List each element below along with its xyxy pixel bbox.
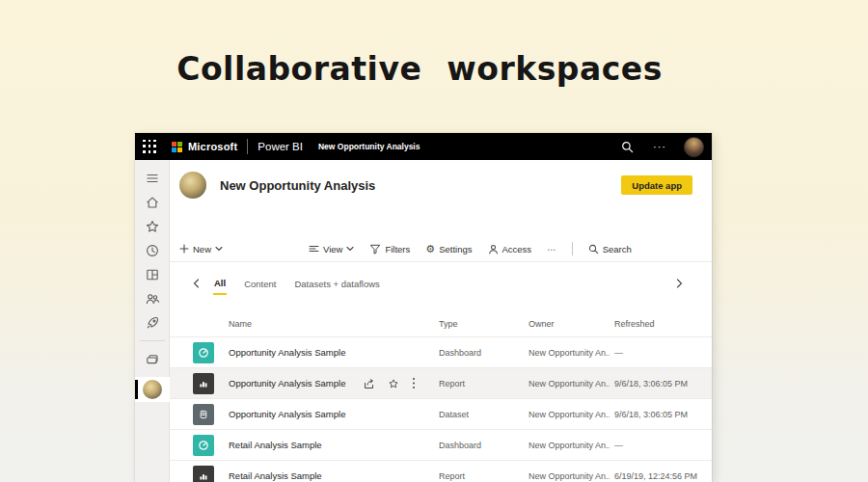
topbar-divider	[247, 139, 248, 154]
view-button-label: View	[323, 244, 342, 254]
toolbar-more-button[interactable]: ⋯	[547, 244, 556, 254]
access-button-label: Access	[502, 244, 532, 254]
item-name: Opportunity Analysis Sample	[229, 347, 345, 358]
filter-funnel-icon	[369, 244, 381, 254]
settings-button[interactable]: ⚙ Settings	[425, 244, 472, 254]
item-type-tile	[193, 466, 214, 482]
column-header-owner: Owner	[529, 319, 555, 329]
product-name[interactable]: Power BI	[258, 141, 303, 152]
tab-datasets-dataflows[interactable]: Datasets + dataflows	[293, 274, 380, 294]
item-owner: New Opportunity An...	[529, 471, 610, 481]
favorite-star-icon[interactable]	[388, 376, 399, 393]
item-type-tile	[193, 373, 214, 394]
table-row[interactable]: Opportunity Analysis Sample Dashboard Ne…	[170, 336, 712, 367]
toolbar: New View Filters ⚙ Settings	[170, 240, 712, 257]
nav-sidebar	[135, 160, 170, 482]
table-header: Name Type Owner Refreshed	[170, 316, 712, 335]
workspace-avatar	[179, 172, 206, 199]
recent-clock-icon[interactable]	[135, 238, 170, 262]
settings-button-label: Settings	[439, 244, 472, 254]
item-name: Retail Analysis Sample	[229, 470, 322, 481]
view-button[interactable]: View	[309, 244, 354, 254]
new-button[interactable]: New	[179, 244, 223, 254]
share-icon[interactable]	[363, 376, 375, 393]
page-title: New Opportunity Analysis	[220, 178, 375, 193]
plus-icon	[179, 244, 189, 254]
filters-button-label: Filters	[385, 244, 410, 254]
content-tabs: All Content Datasets + dataflows	[170, 271, 712, 296]
chevron-down-icon	[346, 246, 354, 252]
more-options-icon[interactable]: ···	[653, 141, 666, 152]
table-row[interactable]: Opportunity Analysis Sample Dataset New …	[170, 398, 712, 429]
item-refreshed: 9/6/18, 3:06:05 PM	[614, 410, 688, 419]
workspaces-icon[interactable]	[135, 347, 170, 371]
tabs-scroll-right-icon[interactable]	[676, 279, 683, 288]
table-row[interactable]: Retail Analysis Sample Dashboard New Opp…	[170, 429, 712, 460]
item-refreshed: —	[614, 348, 623, 358]
new-button-label: New	[193, 244, 211, 254]
learn-rocket-icon[interactable]	[135, 310, 170, 335]
home-icon[interactable]	[135, 190, 170, 214]
menu-icon[interactable]	[135, 166, 170, 190]
access-button[interactable]: Access	[488, 244, 532, 254]
toolbar-search-label: Search	[603, 244, 632, 254]
item-owner: New Opportunity An...	[529, 441, 610, 450]
item-type-tile	[193, 435, 214, 456]
item-refreshed: —	[614, 441, 623, 450]
item-name: Opportunity Analysis Sample	[229, 378, 345, 388]
update-app-button[interactable]: Update app	[621, 175, 692, 195]
item-name: Opportunity Analysis Sample	[229, 409, 345, 419]
item-name: Retail Analysis Sample	[229, 440, 322, 450]
apps-icon[interactable]	[135, 262, 170, 286]
sidebar-item-current-workspace[interactable]	[135, 377, 170, 402]
microsoft-logo-icon	[172, 142, 182, 152]
row-actions	[363, 376, 416, 393]
item-type: Dashboard	[439, 348, 481, 358]
app-top-bar: Microsoft Power BI New Opportunity Analy…	[135, 133, 712, 160]
column-header-type: Type	[439, 319, 458, 329]
gear-icon: ⚙	[425, 244, 435, 254]
toolbar-divider	[572, 242, 573, 255]
workspace-content: New Opportunity Analysis Update app New …	[170, 160, 712, 482]
user-avatar[interactable]	[684, 137, 704, 157]
item-type: Report	[439, 471, 465, 481]
search-icon	[588, 244, 599, 254]
toolbar-search[interactable]: Search	[588, 244, 632, 254]
row-more-icon[interactable]	[412, 376, 416, 393]
dashboard-icon	[198, 440, 209, 451]
chevron-down-icon	[215, 246, 223, 252]
filters-button[interactable]: Filters	[369, 244, 410, 254]
dashboard-icon	[198, 347, 209, 359]
favorites-star-icon[interactable]	[135, 214, 170, 238]
item-owner: New Opportunity An...	[529, 379, 610, 388]
search-icon[interactable]	[621, 141, 634, 153]
person-icon	[488, 244, 499, 254]
shared-people-icon[interactable]	[135, 286, 170, 310]
table-row[interactable]: Opportunity Analysis Sample Report New O…	[170, 367, 712, 398]
column-header-name: Name	[229, 319, 252, 329]
table-body: Opportunity Analysis Sample Dashboard Ne…	[170, 336, 712, 482]
tab-all[interactable]: All	[213, 273, 227, 295]
item-type: Report	[439, 379, 465, 388]
microsoft-wordmark: Microsoft	[188, 141, 237, 152]
topbar-workspace-name: New Opportunity Analysis	[318, 142, 420, 151]
dataset-icon	[198, 409, 209, 420]
tabs-scroll-left-icon[interactable]	[193, 279, 200, 288]
report-icon	[198, 470, 209, 482]
item-refreshed: 6/19/19, 12:24:56 PM	[614, 471, 697, 481]
item-owner: New Opportunity An...	[529, 348, 610, 358]
slide-title: Collaborative workspaces	[0, 50, 839, 88]
item-type-tile	[193, 404, 214, 425]
item-type: Dataset	[439, 410, 469, 419]
table-row[interactable]: Retail Analysis Sample Report New Opport…	[170, 460, 712, 482]
report-icon	[198, 378, 209, 389]
sidebar-divider	[140, 340, 165, 341]
item-type: Dashboard	[439, 441, 481, 450]
current-workspace-avatar	[143, 380, 162, 399]
toolbar-separator	[170, 261, 712, 262]
item-owner: New Opportunity An...	[529, 410, 610, 419]
powerbi-window: Microsoft Power BI New Opportunity Analy…	[135, 133, 712, 482]
column-header-refreshed: Refreshed	[614, 319, 655, 329]
tab-content[interactable]: Content	[243, 274, 277, 294]
app-launcher-icon[interactable]	[143, 140, 157, 154]
